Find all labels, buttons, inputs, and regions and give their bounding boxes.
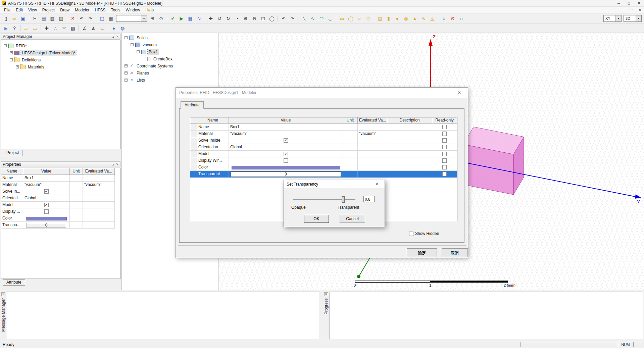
- menu-item-modeler[interactable]: Modeler: [72, 7, 92, 13]
- progress-close-icon[interactable]: ✕: [324, 292, 328, 296]
- measure-area-button[interactable]: ∟: [98, 24, 106, 32]
- property-row-display-wireframe[interactable]: Display ...: [1, 208, 120, 215]
- draw-rectangle-button[interactable]: ▭: [338, 14, 346, 22]
- tree-expander-icon[interactable]: -: [4, 44, 7, 47]
- draw-polygon-button[interactable]: ◇: [364, 14, 373, 22]
- tree-item-solids[interactable]: - Solids: [122, 34, 218, 41]
- transparency-slider-handle[interactable]: [342, 196, 345, 203]
- transparency-cancel-button[interactable]: Cancel: [340, 215, 365, 223]
- new-file-button[interactable]: ▯: [1, 14, 10, 22]
- dialog-orientation-value[interactable]: Global: [229, 144, 343, 151]
- tree-item-definitions[interactable]: - Definitions: [1, 56, 120, 63]
- boundary-display-button[interactable]: ●: [109, 24, 118, 32]
- print-button[interactable]: ▨: [57, 14, 65, 22]
- dialog-ok-button[interactable]: 确定: [407, 248, 437, 257]
- transparent-value-editor[interactable]: 0: [231, 171, 341, 177]
- menu-item-view[interactable]: View: [26, 7, 40, 13]
- menu-item-draw[interactable]: Draw: [57, 7, 72, 13]
- tree-expander-icon[interactable]: -: [137, 50, 140, 53]
- pan-button[interactable]: ✚: [206, 14, 215, 22]
- tree-expander-icon[interactable]: +: [10, 51, 13, 54]
- tree-item-rfid[interactable]: - RFID*: [1, 42, 120, 49]
- property-row-transparent[interactable]: Transpa... 0: [1, 222, 120, 229]
- measure-position-button[interactable]: ∠: [80, 24, 89, 32]
- show-hidden-checkbox[interactable]: [409, 232, 413, 236]
- tree-item-lists[interactable]: + ≡ Lists: [122, 77, 218, 84]
- transparent-value-button[interactable]: 0: [27, 223, 66, 228]
- readonly-checkbox[interactable]: [442, 172, 447, 176]
- transparency-ok-button[interactable]: OK: [304, 215, 329, 223]
- properties-dialog-close-icon[interactable]: ✕: [454, 90, 464, 95]
- open-file-button[interactable]: ▱: [10, 14, 19, 22]
- grid-settings-button[interactable]: ⊞: [1, 24, 10, 32]
- select-object-button[interactable]: ▢: [98, 14, 106, 22]
- dialog-row-transparent[interactable]: Transparent 0: [190, 171, 457, 178]
- readonly-checkbox[interactable]: [442, 132, 447, 136]
- tree-expander-icon[interactable]: +: [16, 65, 19, 68]
- save-button[interactable]: ▣: [19, 14, 28, 22]
- readonly-checkbox[interactable]: [442, 145, 447, 149]
- transparency-value-input[interactable]: [363, 196, 375, 202]
- view-redo-button[interactable]: ↷: [288, 14, 297, 22]
- tab-attribute[interactable]: Attribute: [3, 279, 25, 286]
- cut-button[interactable]: ✂: [31, 14, 39, 22]
- model-checkbox[interactable]: ✔: [44, 203, 49, 207]
- draw-arc-3point-button[interactable]: ◡: [326, 14, 335, 22]
- tree-expander-icon[interactable]: +: [125, 64, 128, 67]
- context-help-button[interactable]: ?: [10, 24, 19, 32]
- dialog-row-material[interactable]: Material "vacuum" "vacuum": [190, 131, 457, 137]
- menu-item-help[interactable]: Help: [143, 7, 156, 13]
- dialog-name-value[interactable]: Box1: [229, 124, 343, 131]
- dialog-material-value[interactable]: "vacuum": [229, 131, 343, 137]
- transparency-dialog-titlebar[interactable]: Set Transparency ✕: [284, 180, 385, 188]
- selection-mode-combo[interactable]: [116, 15, 147, 22]
- tree-item-box1[interactable]: - Box1: [122, 48, 218, 55]
- tree-expander-icon[interactable]: +: [125, 71, 128, 74]
- rotate-model-button[interactable]: ↺: [215, 14, 224, 22]
- delete-button[interactable]: ✕: [68, 14, 77, 22]
- solution-data-button[interactable]: ▦: [186, 14, 195, 22]
- dialog-cancel-button[interactable]: 取消: [442, 248, 468, 257]
- draw-ellipse-button[interactable]: ◯: [346, 14, 355, 22]
- menu-item-file[interactable]: File: [1, 7, 13, 13]
- readonly-checkbox[interactable]: [442, 138, 447, 143]
- color-swatch[interactable]: [26, 217, 67, 220]
- view-undo-button[interactable]: ↶: [279, 14, 288, 22]
- mdi-restore-button[interactable]: □: [628, 7, 636, 13]
- properties-panel-close-icon[interactable]: ✕: [116, 163, 118, 166]
- draw-sphere-button[interactable]: ●: [393, 14, 402, 22]
- boolean-unite-button[interactable]: ∪: [440, 14, 448, 22]
- select-face-button[interactable]: ▦: [106, 14, 115, 22]
- new-window-button[interactable]: ▱: [22, 24, 31, 32]
- property-row-model[interactable]: Model ✔: [1, 202, 120, 208]
- copy-button[interactable]: ▤: [39, 14, 48, 22]
- dynamic-zoom-button[interactable]: ◔: [233, 14, 241, 22]
- zoom-out-button[interactable]: ⊖: [250, 14, 259, 22]
- display-wireframe-checkbox[interactable]: [284, 158, 288, 163]
- menu-item-edit[interactable]: Edit: [13, 7, 26, 13]
- tree-item-createbox[interactable]: CreateBox: [122, 55, 218, 62]
- tree-item-hfssdesign1[interactable]: + HFSSDesign1 (DrivenModal)*: [1, 49, 120, 56]
- model-checkbox[interactable]: ✔: [284, 152, 288, 156]
- measure-length-button[interactable]: ∡: [89, 24, 98, 32]
- mdi-close-button[interactable]: ✕: [636, 7, 644, 13]
- tree-item-planes[interactable]: + ▱ Planes: [122, 69, 218, 77]
- property-row-orientation[interactable]: Orientati... Global: [1, 195, 120, 202]
- solve-inside-checkbox[interactable]: ✔: [44, 189, 49, 194]
- tile-windows-button[interactable]: ▭: [31, 24, 39, 32]
- boolean-subtract-button[interactable]: ⊘: [448, 14, 457, 22]
- menu-item-tools[interactable]: Tools: [108, 7, 123, 13]
- snap-mode-button[interactable]: ⊞: [148, 14, 157, 22]
- close-button[interactable]: ✕: [634, 0, 644, 6]
- readonly-checkbox[interactable]: [442, 158, 447, 163]
- reference-cs-button[interactable]: ⊙: [157, 14, 165, 22]
- project-manager-close-icon[interactable]: ✕: [116, 35, 118, 38]
- menu-item-window[interactable]: Window: [123, 7, 143, 13]
- tree-expander-icon[interactable]: -: [10, 58, 13, 61]
- snap-to-face-button[interactable]: ▨: [68, 24, 77, 32]
- draw-arc-center-button[interactable]: ◠: [317, 14, 326, 22]
- dialog-row-color[interactable]: Color: [190, 164, 457, 171]
- tree-expander-icon[interactable]: +: [125, 79, 128, 82]
- property-material-value[interactable]: "vacuum": [23, 182, 70, 188]
- maximize-button[interactable]: □: [624, 0, 634, 6]
